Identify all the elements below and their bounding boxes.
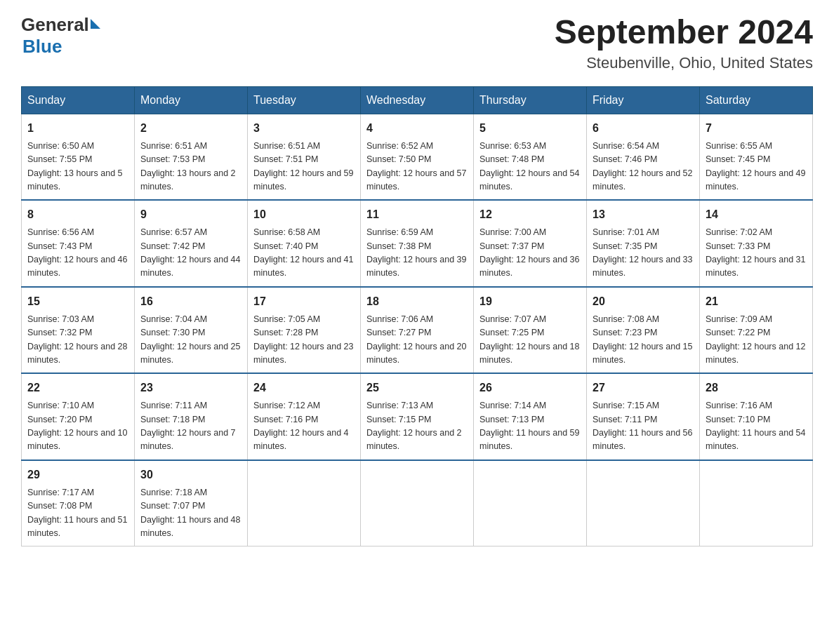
day-number: 23 [140,380,241,396]
calendar-cell: 16Sunrise: 7:04 AMSunset: 7:30 PMDayligh… [135,287,248,374]
day-info: Sunrise: 7:01 AMSunset: 7:35 PMDaylight:… [593,226,694,281]
day-number: 16 [140,293,241,310]
day-info: Sunrise: 7:02 AMSunset: 7:33 PMDaylight:… [706,226,807,281]
calendar-cell: 29Sunrise: 7:17 AMSunset: 7:08 PMDayligh… [22,460,135,546]
month-title: September 2024 [555,14,813,51]
day-info: Sunrise: 7:06 AMSunset: 7:27 PMDaylight:… [366,313,468,368]
day-number: 28 [706,380,807,396]
day-header-sunday: Sunday [22,86,135,114]
calendar-cell: 22Sunrise: 7:10 AMSunset: 7:20 PMDayligh… [22,373,135,460]
calendar-cell: 7Sunrise: 6:55 AMSunset: 7:45 PMDaylight… [700,114,813,200]
calendar-cell: 14Sunrise: 7:02 AMSunset: 7:33 PMDayligh… [700,200,813,287]
day-number: 3 [253,120,355,137]
day-info: Sunrise: 7:09 AMSunset: 7:22 PMDaylight:… [706,313,807,368]
day-header-thursday: Thursday [474,86,587,114]
calendar-cell: 18Sunrise: 7:06 AMSunset: 7:27 PMDayligh… [361,287,474,374]
logo-general-text: General [21,14,89,36]
day-number: 20 [593,293,694,310]
day-info: Sunrise: 7:10 AMSunset: 7:20 PMDaylight:… [27,399,128,454]
day-header-saturday: Saturday [700,86,813,114]
day-number: 15 [27,293,128,310]
day-number: 9 [140,206,241,223]
day-info: Sunrise: 7:14 AMSunset: 7:13 PMDaylight:… [479,399,581,454]
day-number: 18 [366,293,468,310]
calendar-cell: 19Sunrise: 7:07 AMSunset: 7:25 PMDayligh… [474,287,587,374]
calendar-cell: 1Sunrise: 6:50 AMSunset: 7:55 PMDaylight… [22,114,135,200]
day-number: 30 [140,467,241,483]
day-number: 4 [366,120,468,137]
day-info: Sunrise: 7:08 AMSunset: 7:23 PMDaylight:… [593,313,694,368]
page-header: General Blue September 2024 Steubenville… [21,14,813,72]
day-number: 29 [27,467,128,483]
day-number: 25 [366,380,468,396]
calendar-cell: 12Sunrise: 7:00 AMSunset: 7:37 PMDayligh… [474,200,587,287]
day-info: Sunrise: 7:13 AMSunset: 7:15 PMDaylight:… [366,399,468,454]
day-info: Sunrise: 7:00 AMSunset: 7:37 PMDaylight:… [479,226,581,281]
calendar-cell: 10Sunrise: 6:58 AMSunset: 7:40 PMDayligh… [248,200,361,287]
logo: General Blue [21,14,100,58]
calendar-week-row: 8Sunrise: 6:56 AMSunset: 7:43 PMDaylight… [22,200,813,287]
calendar-header-row: SundayMondayTuesdayWednesdayThursdayFrid… [22,86,813,114]
day-info: Sunrise: 6:54 AMSunset: 7:46 PMDaylight:… [593,140,694,194]
calendar-cell: 15Sunrise: 7:03 AMSunset: 7:32 PMDayligh… [22,287,135,374]
calendar-cell [474,460,587,546]
day-number: 22 [27,380,128,396]
day-info: Sunrise: 7:04 AMSunset: 7:30 PMDaylight:… [140,313,241,368]
calendar-week-row: 29Sunrise: 7:17 AMSunset: 7:08 PMDayligh… [22,460,813,546]
calendar-cell: 24Sunrise: 7:12 AMSunset: 7:16 PMDayligh… [248,373,361,460]
calendar-cell: 2Sunrise: 6:51 AMSunset: 7:53 PMDaylight… [135,114,248,200]
calendar-cell: 6Sunrise: 6:54 AMSunset: 7:46 PMDaylight… [587,114,700,200]
day-number: 17 [253,293,355,310]
calendar-cell: 9Sunrise: 6:57 AMSunset: 7:42 PMDaylight… [135,200,248,287]
calendar-cell: 8Sunrise: 6:56 AMSunset: 7:43 PMDaylight… [22,200,135,287]
day-info: Sunrise: 7:03 AMSunset: 7:32 PMDaylight:… [27,313,128,368]
day-header-tuesday: Tuesday [248,86,361,114]
day-number: 12 [479,206,581,223]
day-header-monday: Monday [135,86,248,114]
day-number: 27 [593,380,694,396]
day-header-wednesday: Wednesday [361,86,474,114]
day-number: 6 [593,120,694,137]
day-info: Sunrise: 6:50 AMSunset: 7:55 PMDaylight:… [27,140,128,194]
calendar-cell: 11Sunrise: 6:59 AMSunset: 7:38 PMDayligh… [361,200,474,287]
day-info: Sunrise: 7:12 AMSunset: 7:16 PMDaylight:… [253,399,355,454]
day-info: Sunrise: 6:59 AMSunset: 7:38 PMDaylight:… [366,226,468,281]
day-info: Sunrise: 6:56 AMSunset: 7:43 PMDaylight:… [27,226,128,281]
day-number: 8 [27,206,128,223]
title-section: September 2024 Steubenville, Ohio, Unite… [555,14,813,72]
calendar-cell: 13Sunrise: 7:01 AMSunset: 7:35 PMDayligh… [587,200,700,287]
day-number: 7 [706,120,807,137]
calendar-week-row: 15Sunrise: 7:03 AMSunset: 7:32 PMDayligh… [22,287,813,374]
day-number: 1 [27,120,128,137]
calendar-week-row: 1Sunrise: 6:50 AMSunset: 7:55 PMDaylight… [22,114,813,200]
location-title: Steubenville, Ohio, United States [555,54,813,72]
calendar-cell: 28Sunrise: 7:16 AMSunset: 7:10 PMDayligh… [700,373,813,460]
day-info: Sunrise: 7:11 AMSunset: 7:18 PMDaylight:… [140,399,241,454]
day-info: Sunrise: 7:16 AMSunset: 7:10 PMDaylight:… [706,399,807,454]
logo-triangle-icon [91,19,100,29]
day-info: Sunrise: 6:51 AMSunset: 7:51 PMDaylight:… [253,140,355,194]
day-info: Sunrise: 6:55 AMSunset: 7:45 PMDaylight:… [706,140,807,194]
calendar-cell: 23Sunrise: 7:11 AMSunset: 7:18 PMDayligh… [135,373,248,460]
day-info: Sunrise: 6:57 AMSunset: 7:42 PMDaylight:… [140,226,241,281]
day-info: Sunrise: 6:52 AMSunset: 7:50 PMDaylight:… [366,140,468,194]
calendar-cell [587,460,700,546]
calendar-cell: 20Sunrise: 7:08 AMSunset: 7:23 PMDayligh… [587,287,700,374]
calendar-cell: 25Sunrise: 7:13 AMSunset: 7:15 PMDayligh… [361,373,474,460]
day-number: 5 [479,120,581,137]
day-info: Sunrise: 6:51 AMSunset: 7:53 PMDaylight:… [140,140,241,194]
calendar-cell: 27Sunrise: 7:15 AMSunset: 7:11 PMDayligh… [587,373,700,460]
day-info: Sunrise: 6:53 AMSunset: 7:48 PMDaylight:… [479,140,581,194]
day-info: Sunrise: 7:07 AMSunset: 7:25 PMDaylight:… [479,313,581,368]
day-number: 24 [253,380,355,396]
day-info: Sunrise: 6:58 AMSunset: 7:40 PMDaylight:… [253,226,355,281]
calendar-cell: 4Sunrise: 6:52 AMSunset: 7:50 PMDaylight… [361,114,474,200]
day-number: 19 [479,293,581,310]
day-number: 11 [366,206,468,223]
day-number: 13 [593,206,694,223]
calendar-cell: 21Sunrise: 7:09 AMSunset: 7:22 PMDayligh… [700,287,813,374]
day-number: 14 [706,206,807,223]
calendar-cell: 5Sunrise: 6:53 AMSunset: 7:48 PMDaylight… [474,114,587,200]
day-number: 26 [479,380,581,396]
day-number: 21 [706,293,807,310]
